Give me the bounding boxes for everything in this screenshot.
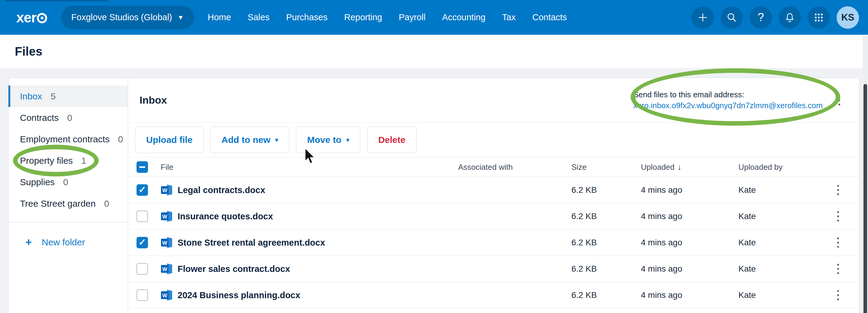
email-inbox-block: Send files to this email address: xero.i…	[633, 89, 823, 111]
xero-files-page: xer Foxglove Studios (Global) ▼ HomeSale…	[0, 0, 868, 313]
uploaded-by: Kate	[738, 290, 817, 300]
table-row: W 2024 Business planning.docx 6.2 KB 4 m…	[128, 282, 859, 309]
organisation-selector[interactable]: Foxglove Studios (Global) ▼	[61, 6, 194, 29]
bell-icon	[784, 12, 796, 23]
file-actions-toolbar: Upload file Add to new ▾ Move to ▾ Delet…	[128, 123, 859, 157]
nav-item-accounting[interactable]: Accounting	[442, 12, 486, 22]
move-to-button[interactable]: Move to ▾	[296, 127, 360, 153]
row-menu-icon[interactable]	[835, 236, 841, 250]
row-menu-icon[interactable]	[835, 183, 841, 197]
inbox-menu-icon[interactable]	[837, 93, 842, 107]
sidebar-folder-inbox[interactable]: Inbox 5	[8, 86, 128, 107]
question-mark-icon: ?	[757, 11, 764, 24]
svg-text:W: W	[162, 214, 167, 220]
folder-list: Inbox 5 Contracts 0 Employment contracts…	[8, 86, 128, 214]
file-name-link[interactable]: Flower sales contract.docx	[178, 264, 290, 274]
chevron-down-icon: ▼	[178, 14, 184, 21]
column-header-uploaded[interactable]: Uploaded ↓	[641, 162, 738, 172]
word-file-icon: W	[161, 263, 173, 275]
search-button[interactable]	[721, 6, 743, 29]
row-checkbox[interactable]	[136, 289, 148, 301]
nav-item-purchases[interactable]: Purchases	[286, 12, 328, 22]
add-to-new-button[interactable]: Add to new ▾	[210, 127, 289, 153]
files-card: Inbox 5 Contracts 0 Employment contracts…	[8, 77, 859, 313]
chevron-down-icon: ▾	[346, 136, 349, 144]
folder-label: Supplies	[20, 177, 55, 187]
folder-count: 0	[104, 198, 109, 209]
nav-item-home[interactable]: Home	[208, 12, 231, 22]
delete-button[interactable]: Delete	[367, 127, 416, 153]
sidebar-folder-employment-contracts[interactable]: Employment contracts 0	[8, 128, 128, 150]
inbox-email-link[interactable]: xero.inbox.o9fx2v.wbu0gnyq7dn7zlmm@xerof…	[633, 100, 823, 111]
svg-text:W: W	[162, 188, 167, 193]
folders-sidebar: Inbox 5 Contracts 0 Employment contracts…	[8, 78, 128, 313]
table-header-row: File Associated with Size Uploaded ↓ Upl…	[128, 157, 859, 177]
row-checkbox[interactable]	[136, 237, 148, 248]
row-checkbox[interactable]	[136, 263, 148, 275]
file-size: 6.2 KB	[571, 290, 641, 300]
sort-descending-icon: ↓	[677, 162, 681, 172]
column-header-file[interactable]: File	[161, 162, 458, 172]
xero-logo-text: xer	[16, 10, 36, 25]
table-row: W Stone Street rental agreement.docx 6.2…	[128, 230, 859, 256]
row-checkbox[interactable]	[136, 184, 148, 196]
uploaded-by: Kate	[738, 264, 817, 274]
nav-item-reporting[interactable]: Reporting	[344, 12, 382, 22]
folder-count: 0	[63, 177, 68, 187]
sidebar-folder-contracts[interactable]: Contracts 0	[8, 107, 128, 128]
folder-label: Tree Street garden	[20, 198, 96, 209]
sidebar-folder-property-files[interactable]: Property files 1	[8, 150, 128, 171]
sidebar-folder-supplies[interactable]: Supplies 0	[8, 171, 128, 193]
file-name-link[interactable]: 2024 Business planning.docx	[178, 290, 300, 300]
upload-file-button[interactable]: Upload file	[135, 127, 204, 153]
scrollbar-thumb[interactable]	[864, 84, 867, 313]
notifications-button[interactable]	[779, 6, 801, 29]
apps-button[interactable]	[808, 6, 830, 29]
page-title-band: Files	[0, 35, 868, 68]
help-button[interactable]: ?	[750, 6, 772, 29]
uploaded-by: Kate	[738, 212, 817, 221]
xero-logo[interactable]: xer	[16, 10, 47, 25]
file-size: 6.2 KB	[571, 264, 641, 274]
word-file-icon: W	[161, 237, 173, 249]
folder-label: Property files	[20, 156, 73, 166]
word-file-icon: W	[161, 210, 173, 222]
nav-item-sales[interactable]: Sales	[248, 12, 270, 22]
nav-item-contacts[interactable]: Contacts	[532, 12, 567, 22]
row-menu-icon[interactable]	[835, 209, 841, 223]
file-name-link[interactable]: Legal contracts.docx	[178, 185, 265, 195]
xero-logo-o-icon	[37, 13, 47, 23]
new-folder-button[interactable]: + New folder	[8, 237, 128, 248]
file-size: 6.2 KB	[571, 185, 641, 195]
word-file-icon: W	[161, 289, 173, 301]
svg-text:W: W	[162, 293, 167, 299]
apps-grid-icon	[813, 12, 824, 23]
column-header-associated-with[interactable]: Associated with	[458, 162, 571, 172]
uploaded-time: 4 mins ago	[641, 185, 738, 195]
add-new-button[interactable]	[692, 6, 714, 29]
row-checkbox[interactable]	[136, 211, 148, 222]
search-icon	[726, 12, 737, 23]
svg-text:W: W	[162, 240, 167, 246]
folder-count: 0	[67, 113, 72, 123]
table-row: W Legal contracts.docx 6.2 KB 4 mins ago…	[128, 177, 859, 203]
select-all-checkbox[interactable]	[136, 161, 148, 173]
folder-label: Inbox	[20, 91, 42, 101]
column-header-size[interactable]: Size	[571, 162, 641, 172]
file-name-link[interactable]: Stone Street rental agreement.docx	[178, 238, 325, 248]
file-size: 6.2 KB	[571, 212, 641, 221]
chevron-down-icon: ▾	[275, 136, 278, 144]
nav-item-tax[interactable]: Tax	[502, 12, 516, 22]
sidebar-folder-tree-street-garden[interactable]: Tree Street garden 0	[8, 193, 128, 214]
row-menu-icon[interactable]	[835, 288, 841, 302]
user-avatar[interactable]: KS	[837, 6, 859, 29]
uploaded-time: 4 mins ago	[641, 238, 738, 247]
nav-item-payroll[interactable]: Payroll	[399, 12, 426, 22]
row-menu-icon[interactable]	[835, 262, 841, 276]
inbox-heading: Inbox	[140, 94, 167, 106]
file-name-link[interactable]: Insurance quotes.docx	[178, 212, 273, 221]
sidebar-divider	[8, 222, 128, 222]
new-folder-label: New folder	[42, 237, 85, 247]
column-header-uploaded-by[interactable]: Uploaded by	[738, 162, 817, 172]
svg-text:W: W	[162, 267, 167, 272]
